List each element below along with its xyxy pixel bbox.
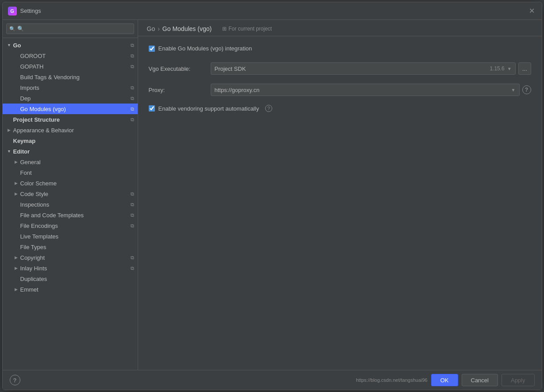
sidebar-item-label-editor: Editor <box>13 148 134 155</box>
vgo-executable-select[interactable]: Project SDK 1.15.6 ▼ <box>211 62 516 75</box>
ok-button[interactable]: OK <box>431 374 458 386</box>
sidebar-item-copyright[interactable]: ▶ Copyright ⧉ <box>3 252 138 263</box>
spacer-inspections <box>13 201 19 208</box>
footer-left: ? <box>10 375 20 385</box>
expand-arrow-editor: ▼ <box>6 148 12 154</box>
breadcrumb-current: Go Modules (vgo) <box>162 25 212 32</box>
sidebar-item-font[interactable]: Font <box>3 167 138 178</box>
copy-icon-copyright: ⧉ <box>131 255 134 261</box>
vgo-dropdown-arrow: ▼ <box>507 66 512 71</box>
vendoring-row: Enable vendoring support automatically ? <box>149 105 531 112</box>
search-wrapper: 🔍 <box>6 23 134 34</box>
for-project-label: For current project <box>228 26 272 32</box>
sidebar-item-label-go: Go <box>13 42 129 49</box>
expand-arrow-general: ▶ <box>13 159 19 165</box>
sidebar-item-code-style[interactable]: ▶ Code Style ⧉ <box>3 188 138 199</box>
sidebar-item-general[interactable]: ▶ General <box>3 157 138 167</box>
sidebar-item-label-code-style: Code Style <box>20 191 129 197</box>
sidebar-item-build-tags[interactable]: Build Tags & Vendoring <box>3 72 138 82</box>
sidebar-item-goroot[interactable]: GOROOT ⧉ <box>3 50 138 61</box>
sidebar-item-inlay-hints[interactable]: ▶ Inlay Hints ⧉ <box>3 263 138 273</box>
sidebar-item-dep[interactable]: Dep ⧉ <box>3 93 138 104</box>
copy-icon-go-modules: ⧉ <box>131 106 134 112</box>
sidebar-item-imports[interactable]: Imports ⧉ <box>3 82 138 93</box>
vgo-executable-label: Vgo Executable: <box>149 65 211 72</box>
sidebar-item-duplicates[interactable]: Duplicates <box>3 273 138 284</box>
copy-icon-inlay-hints: ⧉ <box>131 265 134 271</box>
sidebar-item-file-code-templates[interactable]: File and Code Templates ⧉ <box>3 210 138 220</box>
expand-arrow-emmet: ▶ <box>13 286 19 292</box>
main-header: Go › Go Modules (vgo) ⊞ For current proj… <box>138 20 542 36</box>
spacer-file-encodings <box>13 223 19 229</box>
for-project-icon: ⊞ <box>222 26 227 32</box>
sidebar-item-file-encodings[interactable]: File Encodings ⧉ <box>3 220 138 231</box>
main-content: Enable Go Modules (vgo) integration Vgo … <box>138 36 542 370</box>
vgo-more-button[interactable]: ... <box>518 62 531 75</box>
close-button[interactable]: ✕ <box>527 6 536 16</box>
sidebar-item-label-emmet: Emmet <box>20 286 134 293</box>
copy-icon-code-style: ⧉ <box>131 191 134 197</box>
sidebar-item-label-color-scheme: Color Scheme <box>20 180 134 187</box>
spacer-go-modules <box>13 106 19 112</box>
spacer-duplicates <box>13 276 19 282</box>
enable-modules-checkbox[interactable] <box>149 46 155 52</box>
spacer-font <box>13 169 19 176</box>
copy-icon-inspections: ⧉ <box>131 202 134 208</box>
spacer-file-code-templates <box>13 212 19 218</box>
sidebar-item-go-modules[interactable]: Go Modules (vgo) ⧉ <box>3 104 138 114</box>
content-area: 🔍 ▼ Go ⧉ GOROOT ⧉ GOPATH <box>3 20 542 370</box>
search-input[interactable] <box>6 23 134 34</box>
help-button[interactable]: ? <box>10 375 20 385</box>
proxy-help-icon[interactable]: ? <box>522 85 531 94</box>
sidebar-item-project-structure[interactable]: Project Structure ⧉ <box>3 114 138 125</box>
vgo-executable-value: Project SDK <box>215 65 246 72</box>
cancel-button[interactable]: Cancel <box>462 374 498 386</box>
dialog-title: Settings <box>20 8 41 14</box>
app-icon: G <box>8 7 17 15</box>
sidebar-item-editor[interactable]: ▼ Editor <box>3 146 138 157</box>
sidebar-item-inspections[interactable]: Inspections ⧉ <box>3 199 138 210</box>
breadcrumb: Go › Go Modules (vgo) <box>147 25 212 32</box>
sidebar-item-keymap[interactable]: Keymap <box>3 135 138 146</box>
sidebar-item-label-font: Font <box>20 169 134 176</box>
search-box: 🔍 <box>3 20 138 38</box>
proxy-label: Proxy: <box>149 87 211 93</box>
expand-arrow-inlay-hints: ▶ <box>13 265 19 271</box>
vgo-executable-control: Project SDK 1.15.6 ▼ ... <box>211 62 531 75</box>
sidebar-item-label-keymap: Keymap <box>13 138 134 144</box>
spacer-gopath <box>13 63 19 69</box>
vgo-executable-row: Vgo Executable: Project SDK 1.15.6 ▼ ... <box>149 62 531 75</box>
sidebar-item-label-inspections: Inspections <box>20 201 129 208</box>
vendoring-label[interactable]: Enable vendoring support automatically <box>158 105 259 112</box>
spacer-goroot <box>13 53 19 59</box>
settings-dialog: G Settings ✕ 🔍 ▼ Go ⧉ <box>2 2 542 390</box>
sidebar-item-label-goroot: GOROOT <box>20 53 129 59</box>
enable-checkbox-row: Enable Go Modules (vgo) integration <box>149 45 531 52</box>
copy-icon-project-structure: ⧉ <box>131 117 134 123</box>
sidebar-item-color-scheme[interactable]: ▶ Color Scheme <box>3 178 138 188</box>
proxy-control: https://goproxy.cn ▼ ? <box>211 84 531 96</box>
copy-icon-gopath: ⧉ <box>131 64 134 69</box>
sidebar-item-emmet[interactable]: ▶ Emmet <box>3 284 138 295</box>
sidebar-item-gopath[interactable]: GOPATH ⧉ <box>3 61 138 72</box>
enable-modules-label[interactable]: Enable Go Modules (vgo) integration <box>158 45 252 52</box>
sidebar-item-label-live-templates: Live Templates <box>20 233 134 240</box>
sidebar-item-file-types[interactable]: File Types <box>3 242 138 252</box>
sidebar-item-label-duplicates: Duplicates <box>20 276 134 282</box>
apply-button[interactable]: Apply <box>502 374 535 386</box>
sidebar-item-go[interactable]: ▼ Go ⧉ <box>3 40 138 50</box>
sidebar-item-label-gopath: GOPATH <box>20 63 129 70</box>
main-panel: Go › Go Modules (vgo) ⊞ For current proj… <box>138 20 542 370</box>
vendoring-checkbox[interactable] <box>149 105 155 111</box>
sidebar-item-label-dep: Dep <box>20 95 129 102</box>
sidebar-item-live-templates[interactable]: Live Templates <box>3 231 138 242</box>
copy-icon-imports: ⧉ <box>131 85 134 91</box>
sidebar-item-label-file-types: File Types <box>20 244 134 250</box>
footer-url: https://blog.csdn.net/tangshuai96 <box>356 377 427 383</box>
footer: ? https://blog.csdn.net/tangshuai96 OK C… <box>3 370 542 390</box>
sidebar-item-label-go-modules: Go Modules (vgo) <box>20 106 129 112</box>
vendoring-help-icon[interactable]: ? <box>265 105 272 112</box>
copy-icon-goroot: ⧉ <box>131 53 134 59</box>
proxy-input[interactable]: https://goproxy.cn ▼ <box>211 84 520 96</box>
sidebar-item-appearance[interactable]: ▶ Appearance & Behavior <box>3 125 138 135</box>
